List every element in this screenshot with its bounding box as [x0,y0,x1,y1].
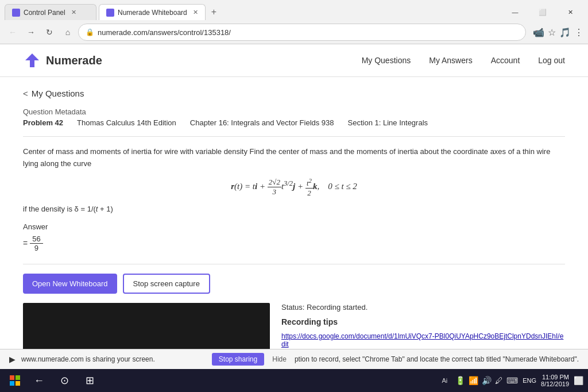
nav-my-answers[interactable]: My Answers [429,56,472,65]
new-tab-button[interactable]: + [208,6,220,18]
breadcrumb-arrow: < [23,89,28,98]
share-icon: ▶ [9,355,16,364]
maximize-button[interactable]: ⬜ [529,4,556,20]
recording-status: Status: Recording started. [281,303,565,312]
metadata-row: Problem 42 Thomas Calculus 14th Edition … [23,118,565,127]
stop-sharing-button[interactable]: Stop sharing [212,353,264,366]
pen-icon: 🖊 [495,376,503,385]
toolbar-right: 📹 ☆ 🎵 ⋮ [533,27,583,38]
tab-bar: Control Panel ✕ Numerade Whiteboard ✕ + … [0,0,588,21]
logo: Numerade [23,51,102,70]
divider-1 [23,136,565,137]
share-message: www.numerade.com is sharing your screen. [21,355,206,363]
share-notification-bar: ▶ www.numerade.com is sharing your scree… [0,349,588,369]
wifi-icon: 📶 [469,376,478,385]
tips-link[interactable]: https://docs.google.com/document/d/1lmUi… [281,332,565,348]
home-button[interactable]: ⌂ [60,24,76,40]
logo-icon [23,51,41,70]
fraction-denominator: 9 [32,244,41,252]
back-button[interactable]: ← [5,24,21,40]
nav-my-questions[interactable]: My Questions [362,56,411,65]
svg-rect-2 [10,381,14,386]
browser-chrome: Control Panel ✕ Numerade Whiteboard ✕ + … [0,0,588,44]
refresh-button[interactable]: ↻ [41,24,57,40]
metadata-title: Question Metadata [23,107,565,116]
music-icon[interactable]: 🎵 [559,27,571,38]
tab-numerade-whiteboard[interactable]: Numerade Whiteboard ✕ [99,4,206,20]
notification-icon[interactable]: ⬜ [574,376,583,385]
recording-tips-title: Recording tips [281,317,565,326]
open-whiteboard-button[interactable]: Open New Whiteboard [23,274,117,294]
section-info: Section 1: Line Integrals [348,118,428,127]
nav-logout[interactable]: Log out [538,56,565,65]
menu-icon[interactable]: ⋮ [574,27,583,38]
taskbar-task-view-button[interactable]: ⊞ [78,370,101,391]
page-content: Numerade My Questions My Answers Account… [0,44,588,370]
answer-value: = 56 9 [23,235,565,252]
browser-toolbar: ← → ↻ ⌂ 🔒 numerade.com/answers/control/1… [0,21,588,44]
cast-icon[interactable]: 📹 [533,27,544,38]
divider-2 [23,264,565,264]
textbook-name: Thomas Calculus 14th Edition [77,118,176,127]
forward-button[interactable]: → [23,24,39,40]
start-button[interactable] [5,370,25,391]
tab-label-2: Numerade Whiteboard [118,9,187,17]
taskbar-right: Ai 🔋 📶 🔊 🖊 ⌨ ENG 11:09 PM 8/12/2019 ⬜ [438,374,583,387]
taskbar-time-date: 11:09 PM 8/12/2019 [541,374,569,387]
lock-icon: 🔒 [86,28,94,36]
taskbar: ← ⊙ ⊞ Ai 🔋 📶 🔊 🖊 ⌨ ENG 11:09 PM 8/12/201… [0,369,588,392]
tab-label-1: Control Panel [24,9,65,17]
answer-equals: = [23,239,28,248]
tab-close-1[interactable]: ✕ [71,9,76,16]
tab-control-panel[interactable]: Control Panel ✕ [5,4,96,20]
language-indicator: ENG [523,377,536,384]
date-display: 8/12/2019 [541,381,569,387]
share-tip-text: ption to record, select "Chrome Tab" and… [295,355,579,363]
main-content: < My Questions Question Metadata Problem… [0,77,588,370]
formula-content: r(t) = ti + 2√23t3/2j + t22k, 0 ≤ t ≤ 2 [231,182,357,191]
question-text: Center of mass and moments of inertia fo… [23,146,565,170]
question-metadata: Question Metadata Problem 42 Thomas Calc… [23,107,565,127]
address-bar[interactable]: 🔒 numerade.com/answers/control/135318/ [78,24,526,41]
nav-account[interactable]: Account [491,56,520,65]
tab-favicon-2 [106,9,114,17]
taskbar-back-button[interactable]: ← [28,370,51,391]
ai-label: Ai [438,376,451,385]
time-display: 11:09 PM [541,374,569,381]
svg-rect-1 [16,375,20,380]
svg-rect-3 [16,381,20,386]
volume-icon: 🔊 [482,376,492,385]
tab-close-2[interactable]: ✕ [193,9,198,16]
answer-label: Answer [23,222,565,231]
chapter-info: Chapter 16: Integrals and Vector Fields … [190,118,334,127]
taskbar-search-button[interactable]: ⊙ [53,370,76,391]
logo-text: Numerade [46,54,102,67]
math-formula: r(t) = ti + 2√23t3/2j + t22k, 0 ≤ t ≤ 2 [23,177,565,198]
windows-logo-icon [10,375,20,386]
button-row: Open New Whiteboard Stop screen capture [23,274,565,294]
window-controls: — ⬜ ✕ [502,4,583,20]
hide-button[interactable]: Hide [272,355,287,363]
nav-links: My Questions My Answers Account Log out [362,56,565,65]
breadcrumb-text: My Questions [32,89,84,98]
answer-section: Answer = 56 9 [23,222,565,252]
close-button[interactable]: ✕ [557,4,583,20]
navbar: Numerade My Questions My Answers Account… [0,44,588,77]
fraction-numerator: 56 [30,235,42,244]
address-text: numerade.com/answers/control/135318/ [98,28,519,37]
stop-capture-button[interactable]: Stop screen capture [123,274,210,294]
answer-fraction: 56 9 [30,235,42,252]
problem-number: Problem 42 [23,118,63,127]
battery-icon: 🔋 [455,376,465,385]
taskbar-system-icons: 🔋 📶 🔊 🖊 ⌨ [455,376,518,385]
minimize-button[interactable]: — [502,4,528,20]
tab-favicon-1 [12,9,20,17]
density-text: if the density is δ = 1/(t + 1) [23,205,565,213]
svg-rect-0 [10,375,14,380]
keyboard-icon: ⌨ [506,376,518,385]
breadcrumb[interactable]: < My Questions [23,89,565,98]
bookmark-icon[interactable]: ☆ [548,27,556,38]
